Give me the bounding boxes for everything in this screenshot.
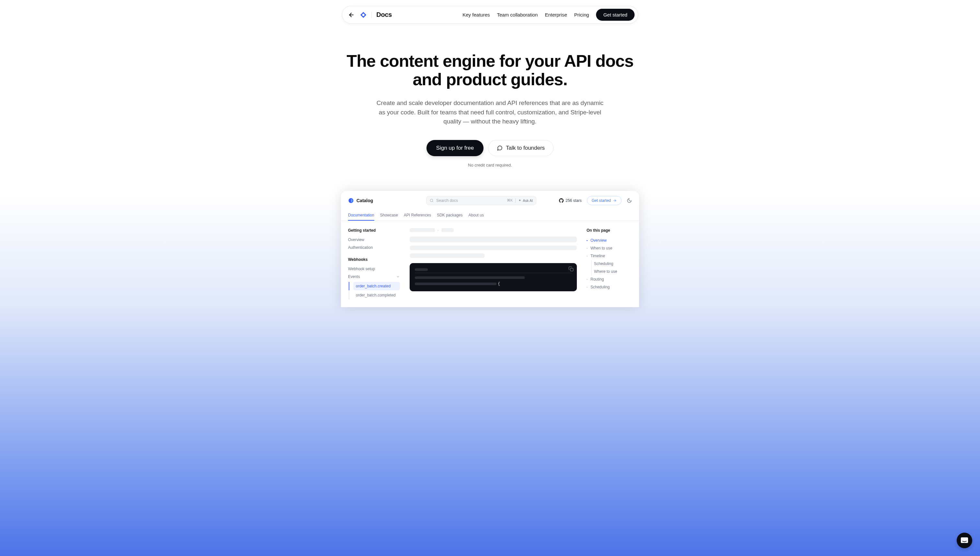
chat-launcher-button[interactable] (957, 533, 972, 548)
sparkle-icon (518, 199, 521, 202)
events-label: Events (348, 275, 360, 279)
tab-api-references[interactable]: API References (404, 210, 431, 221)
preview-brand: Catalog (356, 198, 373, 203)
nav-get-started-button[interactable]: Get started (596, 9, 634, 21)
sidebar-item-order-batch-created[interactable]: order_batch.created (353, 282, 400, 290)
stars-count: 256 stars (566, 198, 581, 203)
dark-mode-toggle-icon[interactable] (627, 198, 632, 203)
tab-documentation[interactable]: Documentation (348, 210, 374, 221)
preview-sidebar: Getting started Overview Authentication … (348, 228, 400, 300)
nav-link-pricing[interactable]: Pricing (574, 12, 589, 18)
nav-link-features[interactable]: Key features (463, 12, 490, 18)
sidebar-item-authentication[interactable]: Authentication (348, 244, 400, 251)
sidebar-heading-webhooks: Webhooks (348, 257, 400, 262)
toc-item-timeline[interactable]: Timeline (587, 252, 632, 260)
nav-link-collaboration[interactable]: Team collaboration (497, 12, 538, 18)
toc-item-overview[interactable]: Overview (587, 236, 632, 244)
nav-link-enterprise[interactable]: Enterprise (545, 12, 567, 18)
sidebar-nested-events: order_batch.created order_batch.complete… (349, 282, 400, 299)
preview-body: Getting started Overview Authentication … (341, 221, 639, 307)
sidebar-item-webhook-setup[interactable]: Webhook setup (348, 265, 400, 273)
toc-item-scheduling[interactable]: Scheduling (594, 260, 632, 268)
breadcrumb-skeleton: › (410, 228, 577, 232)
ask-ai-label: Ask AI (523, 199, 533, 202)
tab-showcase[interactable]: Showcase (380, 210, 398, 221)
top-navigation: Docs Key features Team collaboration Ent… (342, 6, 638, 24)
product-preview: Catalog Search docs ⌘K Ask AI 256 stars … (341, 191, 639, 307)
search-icon (430, 199, 433, 202)
skeleton (410, 236, 577, 242)
nav-links: Key features Team collaboration Enterpri… (463, 9, 634, 21)
hero-title: The content engine for your API docs and… (344, 52, 636, 89)
breadcrumb-separator: › (438, 228, 439, 232)
svg-rect-6 (570, 268, 573, 271)
skeleton (410, 228, 435, 232)
signup-button[interactable]: Sign up for free (427, 140, 484, 156)
toc-item-routing[interactable]: Routing (587, 275, 632, 283)
tab-about-us[interactable]: About us (469, 210, 484, 221)
github-icon (559, 198, 564, 203)
ask-ai-button[interactable]: Ask AI (518, 199, 533, 202)
svg-line-4 (433, 201, 433, 202)
preview-tabs: Documentation Showcase API References SD… (341, 210, 639, 221)
back-arrow-icon[interactable] (348, 12, 354, 18)
skeleton (441, 228, 454, 232)
nav-divider (371, 11, 372, 18)
toc-heading: On this page (587, 228, 632, 233)
search-kbd: ⌘K (507, 198, 513, 202)
search-divider (515, 198, 516, 203)
search-placeholder: Search docs (436, 198, 504, 203)
talk-to-founders-button[interactable]: Talk to founders (488, 140, 553, 156)
preview-header-right: 256 stars Get started (559, 196, 632, 205)
preview-search[interactable]: Search docs ⌘K Ask AI (426, 196, 536, 205)
svg-point-3 (430, 199, 433, 202)
preview-get-started-button[interactable]: Get started (587, 196, 622, 205)
logo-icon[interactable] (360, 11, 367, 18)
svg-point-1 (362, 14, 364, 16)
hero-buttons: Sign up for free Talk to founders (6, 140, 974, 156)
code-brace: { (498, 281, 500, 286)
preview-logo-icon (348, 198, 354, 204)
arrow-right-icon (613, 199, 617, 202)
sidebar-item-order-batch-completed[interactable]: order_batch.completed (353, 291, 400, 299)
tab-sdk-packages[interactable]: SDK packages (437, 210, 463, 221)
preview-cta-label: Get started (592, 198, 611, 203)
talk-to-founders-label: Talk to founders (506, 145, 545, 151)
code-tab (415, 268, 572, 273)
toc-item-where-to-use[interactable]: Where to use (594, 268, 632, 275)
toc-item-scheduling2[interactable]: Scheduling (587, 283, 632, 291)
skeleton (410, 254, 485, 258)
hero-section: The content engine for your API docs and… (0, 0, 980, 168)
skeleton (410, 246, 577, 250)
intercom-icon (961, 537, 968, 544)
github-stars[interactable]: 256 stars (559, 198, 581, 203)
skeleton (415, 276, 525, 279)
code-block: { (410, 263, 577, 291)
sidebar-item-events[interactable]: Events (348, 273, 400, 281)
skeleton (415, 283, 496, 285)
nav-left-group: Docs (348, 11, 392, 18)
hero-note: No credit card required. (6, 163, 974, 168)
sidebar-item-overview[interactable]: Overview (348, 236, 400, 244)
preview-main-content: › { (410, 228, 577, 300)
toc-item-when-to-use[interactable]: When to use (587, 244, 632, 252)
copy-icon[interactable] (568, 266, 574, 272)
sidebar-heading-getting-started: Getting started (348, 228, 400, 233)
preview-header: Catalog Search docs ⌘K Ask AI 256 stars … (341, 191, 639, 210)
toc-nested: Scheduling Where to use (591, 260, 632, 275)
preview-toc: On this page Overview When to use Timeli… (587, 228, 632, 300)
chat-icon (497, 145, 503, 151)
hero-subtitle: Create and scale developer documentation… (374, 99, 606, 126)
skeleton (415, 268, 428, 271)
chevron-down-icon (396, 275, 400, 279)
brand-name: Docs (376, 11, 392, 18)
